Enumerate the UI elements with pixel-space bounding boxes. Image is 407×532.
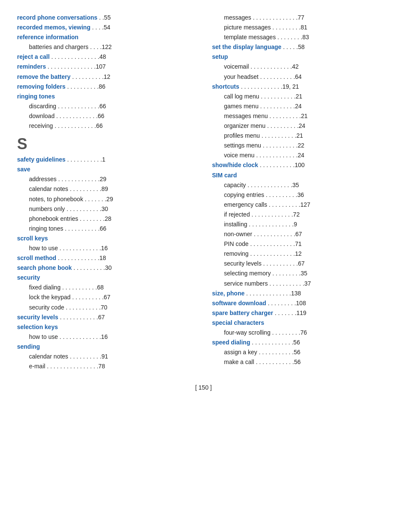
entry-page: 89	[102, 185, 108, 192]
entry-page: 127	[300, 201, 310, 208]
entry-text: notes, to phonebook	[29, 196, 83, 202]
entry-page: 66	[99, 103, 106, 110]
entry-dots: . . . . . . . . . . .	[65, 205, 102, 212]
entry-page: 56	[294, 339, 300, 346]
entry-dots: . . . . . . . . . .	[68, 185, 102, 192]
entry-dots: . . . . . . . . . .	[264, 191, 297, 198]
index-entry: removing . . . . . . . . . . . . . .12	[212, 249, 390, 259]
entry-page: 122	[102, 43, 111, 50]
entry-dots: . . . . . . . . . . . . .	[249, 63, 292, 70]
entry-heading: spare battery charger	[212, 309, 273, 316]
entry-dots: . . . . . . . . . . . . .	[252, 231, 295, 237]
entry-page: 67	[298, 260, 305, 267]
entry-text: settings menu	[224, 142, 261, 149]
entry-heading: safety guidelines	[17, 156, 66, 163]
entry-text: four-way scrolling	[224, 329, 270, 336]
entry-page: 81	[301, 24, 308, 31]
entry-dots: . . . . . . . . . . . .	[58, 314, 98, 321]
entry-dots: . . . . . . . . . . . . . . . .	[45, 363, 98, 370]
index-entry: calendar notes . . . . . . . . . .89	[17, 184, 195, 194]
entry-page: 16	[101, 245, 108, 252]
index-entry: receiving . . . . . . . . . . . . .66	[17, 121, 195, 131]
index-entry: four-way scrolling . . . . . . . . .76	[212, 328, 390, 338]
entry-heading: SIM card	[212, 172, 237, 179]
entry-text: security levels	[224, 260, 262, 267]
entry-heading: show/hide clock	[212, 162, 258, 168]
entry-page: 12	[104, 73, 110, 80]
entry-text: voicemail	[224, 63, 249, 70]
index-entry: ringing tones . . . . . . . . . . .66	[17, 224, 195, 234]
index-entry: remove the battery . . . . . . . . . .12	[17, 72, 195, 82]
entry-dots: . . . . . . . . . . .	[66, 156, 102, 163]
entry-heading: size, phone	[212, 290, 244, 297]
entry-dots: . . . . . . .	[273, 309, 296, 316]
entry-page: 138	[291, 290, 301, 297]
entry-page: 66	[100, 225, 107, 232]
entry-dots: . . . . . . . . . . .	[260, 132, 297, 139]
index-entry: lock the keypad . . . . . . . . . .67	[17, 292, 195, 302]
index-entry: S	[17, 135, 195, 153]
entry-dots: . . . . . . . . . . .	[257, 349, 294, 356]
entry-text: capacity	[224, 182, 246, 188]
entry-text: organizer menu	[224, 122, 265, 129]
entry-page: 24	[298, 152, 305, 159]
entry-text: emergency calls	[224, 201, 267, 208]
index-entry: emergency calls . . . . . . . . . .127	[212, 200, 390, 210]
entry-heading: set the display language	[212, 43, 282, 50]
index-entry: spare battery charger . . . . . . .119	[212, 308, 390, 318]
entry-page: 9	[294, 221, 297, 228]
entry-dots: . . . . . . . . . . . . .	[58, 245, 101, 252]
entry-text: how to use	[29, 245, 58, 252]
index-entry: settings menu . . . . . . . . . . .22	[212, 141, 390, 150]
entry-dots: . . . .	[88, 43, 102, 50]
entry-heading: ringing tones	[17, 93, 55, 100]
index-entry: reminders . . . . . . . . . . . . . . .1…	[17, 62, 195, 72]
entry-text: picture messages	[224, 24, 271, 31]
entry-dots: . . . . . . . . . . .	[261, 142, 298, 149]
entry-heading: search phone book	[17, 264, 72, 271]
entry-dots: . . . . . . . . .	[266, 300, 296, 306]
index-entry: reject a call . . . . . . . . . . . . . …	[17, 52, 195, 62]
entry-page: 67	[104, 294, 110, 301]
entry-text: call log menu	[224, 93, 259, 100]
entry-dots: . . . . . . . . . . . . . .	[244, 290, 291, 297]
entry-page: 22	[298, 142, 305, 149]
entry-dots: . . . . . . . . . .	[70, 294, 104, 301]
entry-dots: . . . . . . . . . . .	[259, 93, 296, 100]
index-entry: save	[17, 165, 195, 174]
index-entry: how to use . . . . . . . . . . . . .16	[17, 332, 195, 342]
entry-text: fixed dialing	[29, 284, 61, 291]
entry-text: download	[29, 113, 55, 119]
entry-heading: speed dialing	[212, 339, 250, 346]
entry-page: 30	[105, 264, 112, 271]
entry-dots: . . . . .	[282, 43, 298, 50]
entry-dots: . . . . . . . . . .	[267, 201, 300, 208]
index-entry: copying entries . . . . . . . . . .36	[212, 190, 390, 200]
entry-dots: . . . . . . .	[83, 196, 106, 202]
entry-page: 107	[96, 63, 105, 70]
index-entry: reference information	[17, 32, 195, 42]
entry-page: 66	[98, 113, 105, 119]
entry-page: 18	[99, 254, 106, 261]
entry-page: 19, 21	[282, 83, 299, 90]
entry-page: 36	[297, 191, 304, 198]
entry-dots: . . . . . . . . . . . . .	[56, 254, 99, 261]
entry-dots: . . . . . . . . . . .	[61, 284, 97, 291]
index-entry: sending	[17, 342, 195, 352]
index-entry: removing folders . . . . . . . . . .86	[17, 82, 195, 92]
index-entry: your headset . . . . . . . . . . .64	[212, 72, 390, 82]
entry-page: 1	[102, 156, 105, 163]
index-entry: set the display language . . . . .58	[212, 42, 390, 52]
index-entry: voicemail . . . . . . . . . . . . .42	[212, 62, 390, 72]
index-entry: games menu . . . . . . . . . . .24	[212, 101, 390, 111]
entry-page: 78	[99, 363, 105, 370]
index-entry: picture messages . . . . . . . . .81	[212, 23, 390, 32]
entry-heading: special characters	[212, 319, 264, 326]
entry-page: 35	[292, 182, 299, 188]
entry-text: your headset	[224, 73, 259, 80]
entry-dots: . . . . . . . . . . .	[268, 280, 305, 287]
entry-text: messages menu	[224, 113, 268, 119]
entry-page: 54	[104, 24, 110, 31]
page-number: [ 150 ]	[17, 384, 390, 391]
entry-page: 42	[292, 63, 299, 70]
